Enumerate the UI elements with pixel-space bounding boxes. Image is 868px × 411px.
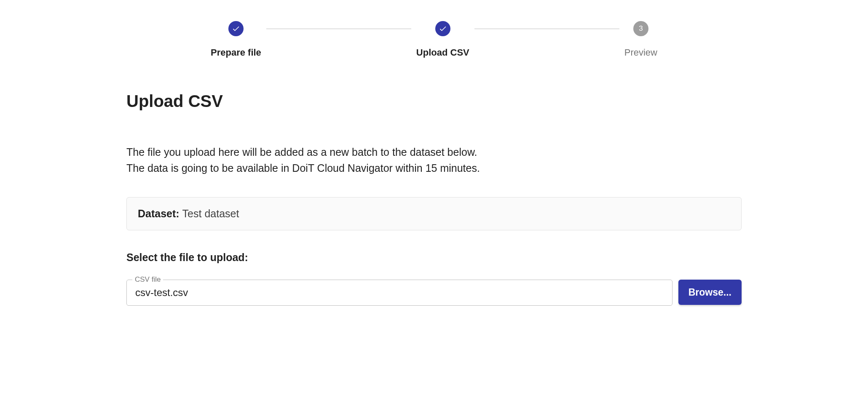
page-title: Upload CSV — [126, 92, 742, 111]
step-upload-csv[interactable]: Upload CSV — [416, 21, 469, 58]
csv-file-input[interactable] — [126, 280, 672, 306]
file-select-prompt: Select the file to upload: — [126, 251, 742, 264]
step-number: 3 — [639, 24, 643, 33]
step-label: Prepare file — [211, 47, 261, 58]
step-connector — [266, 29, 411, 29]
description-line: The file you upload here will be added a… — [126, 144, 742, 160]
page-description: The file you upload here will be added a… — [126, 144, 742, 176]
check-icon — [228, 21, 244, 36]
step-prepare-file[interactable]: Prepare file — [211, 21, 261, 58]
step-label: Preview — [624, 47, 657, 58]
step-connector — [474, 29, 619, 29]
main-content: Upload CSV The file you upload here will… — [126, 92, 742, 306]
dataset-value: Test dataset — [182, 208, 239, 219]
check-icon — [435, 21, 450, 36]
file-upload-row: CSV file Browse... — [126, 280, 742, 306]
dataset-info-box: Dataset: Test dataset — [126, 197, 742, 230]
step-number-circle: 3 — [633, 21, 648, 36]
stepper: Prepare file Upload CSV 3 Preview — [164, 21, 704, 58]
step-preview[interactable]: 3 Preview — [624, 21, 657, 58]
file-input-wrapper: CSV file — [126, 280, 672, 306]
step-label: Upload CSV — [416, 47, 469, 58]
description-line: The data is going to be available in Doi… — [126, 160, 742, 176]
browse-button[interactable]: Browse... — [678, 280, 742, 305]
file-input-label: CSV file — [132, 275, 163, 284]
dataset-label: Dataset: — [138, 208, 182, 219]
